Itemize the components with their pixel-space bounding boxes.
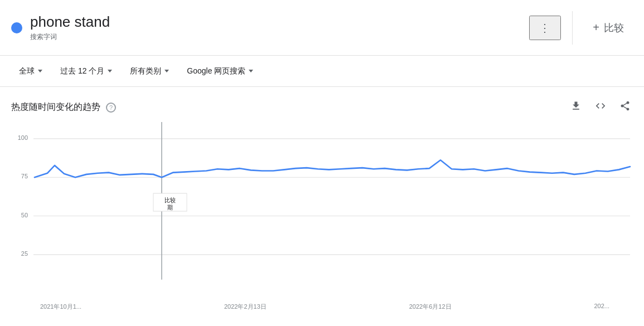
filter-category-label: 所有类别 [130,66,161,76]
compare-section[interactable]: + 比较 [584,17,633,39]
x-label-2: 2022年2月13日 [224,303,267,311]
download-button[interactable] [568,98,584,116]
chevron-down-icon [38,70,42,72]
filter-region[interactable]: 全球 [11,62,50,81]
filter-source[interactable]: Google 网页搜索 [179,62,261,81]
svg-text:50: 50 [21,211,28,218]
search-term-info: phone stand 搜索字词 [30,13,529,41]
x-label-1: 2021年10月1... [40,303,81,311]
chart-actions [568,98,633,116]
filter-source-label: Google 网页搜索 [187,66,245,76]
filter-time-label: 过去 12 个月 [60,66,104,76]
help-icon[interactable]: ? [106,103,116,113]
x-label-4: 202... [594,303,609,311]
compare-label: 比较 [604,21,624,35]
compare-plus-icon: + [593,21,599,34]
trend-chart: 100 75 50 25 比较 期 [11,122,633,300]
chart-title-group: 热度随时间变化的趋势 ? [11,101,116,113]
chart-title: 热度随时间变化的趋势 [11,101,100,113]
share-button[interactable] [617,98,633,116]
embed-button[interactable] [593,98,608,116]
search-term-subtitle: 搜索字词 [30,32,529,42]
filter-region-label: 全球 [19,66,35,76]
chevron-down-icon [164,70,169,72]
trend-chart-container: 100 75 50 25 比较 期 [11,122,633,300]
svg-text:比较: 比较 [164,197,175,203]
svg-text:期: 期 [167,205,173,211]
chevron-down-icon [108,70,112,72]
filter-bar: 全球 过去 12 个月 所有类别 Google 网页搜索 [0,56,644,87]
svg-text:75: 75 [21,173,28,179]
x-label-3: 2022年6月12日 [409,303,452,311]
more-options-button[interactable]: ⋮ [529,16,561,40]
svg-text:100: 100 [18,134,28,141]
search-bar: phone stand 搜索字词 ⋮ + 比较 [0,0,644,56]
svg-text:25: 25 [21,250,28,257]
search-dot-indicator [11,22,22,33]
filter-time[interactable]: 过去 12 个月 [52,62,120,81]
chevron-down-icon [249,70,253,72]
x-axis-labels: 2021年10月1... 2022年2月13日 2022年6月12日 202..… [11,300,633,311]
filter-category[interactable]: 所有类别 [122,62,177,81]
chart-section: 热度随时间变化的趋势 ? 100 75 50 25 [0,87,644,311]
chart-header: 热度随时间变化的趋势 ? [11,98,633,116]
vertical-divider [572,11,573,45]
search-term-title: phone stand [30,13,529,31]
